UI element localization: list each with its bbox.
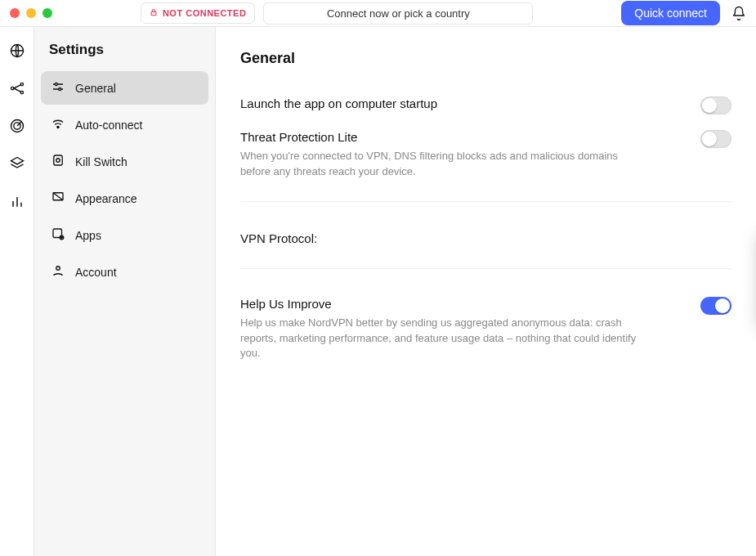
launch-startup-toggle[interactable]: [700, 96, 731, 114]
sidebar-item-apps[interactable]: Apps: [41, 218, 208, 252]
user-icon: [51, 263, 65, 280]
setting-vpn-protocol: VPN Protocol:: [240, 217, 731, 269]
setting-description: When you're connected to VPN, DNS filter…: [240, 149, 649, 180]
quick-connect-button[interactable]: Quick connect: [621, 1, 720, 25]
sidebar-item-autoconnect[interactable]: Auto-connect: [41, 108, 208, 141]
rail-stats-icon[interactable]: [8, 192, 26, 210]
setting-description: Help us make NordVPN better by sending u…: [240, 316, 649, 362]
sidebar-item-label: General: [75, 82, 116, 95]
setting-label: Launch the app on computer startup: [240, 96, 437, 110]
monitor-icon: [51, 190, 65, 207]
apps-icon: [51, 226, 65, 244]
connection-status: NOT CONNECTED: [141, 2, 255, 24]
sidebar-item-appearance[interactable]: Appearance: [41, 182, 208, 215]
sidebar-item-general[interactable]: General: [41, 71, 208, 105]
titlebar: NOT CONNECTED Connect now or pick a coun…: [0, 0, 756, 26]
connect-search-text: Connect now or pick a country: [327, 7, 470, 20]
settings-content: General Launch the app on computer start…: [216, 27, 756, 556]
sidebar-item-label: Account: [75, 266, 117, 279]
connection-status-text: NOT CONNECTED: [163, 8, 246, 18]
rail-mesh-icon[interactable]: [8, 79, 26, 97]
lock-icon: [150, 7, 158, 19]
nav-rail: [0, 27, 34, 556]
notifications-icon[interactable]: [731, 6, 746, 20]
shield-icon: [51, 153, 65, 170]
threat-protection-toggle[interactable]: [700, 130, 731, 148]
wifi-icon: [51, 116, 65, 133]
svg-rect-10: [54, 155, 63, 165]
close-window-button[interactable]: [10, 8, 20, 18]
setting-label: Help Us Improve: [240, 297, 649, 311]
svg-point-2: [11, 87, 13, 89]
settings-sidebar: Settings General Auto-connect Kill Switc…: [34, 27, 216, 556]
setting-launch-startup: Launch the app on computer startup: [240, 90, 731, 123]
rail-globe-icon[interactable]: [8, 42, 26, 60]
sidebar-item-account[interactable]: Account: [41, 255, 208, 289]
sidebar-item-killswitch[interactable]: Kill Switch: [41, 145, 208, 178]
setting-label: Threat Protection Lite: [240, 130, 649, 144]
window-controls: [10, 8, 52, 18]
minimize-window-button[interactable]: [26, 8, 36, 18]
help-improve-toggle[interactable]: [700, 297, 731, 315]
maximize-window-button[interactable]: [42, 8, 52, 18]
svg-point-11: [56, 159, 60, 163]
sidebar-item-label: Appearance: [75, 192, 137, 205]
sliders-icon: [51, 79, 65, 96]
svg-point-9: [57, 126, 59, 128]
sidebar-item-label: Kill Switch: [75, 155, 127, 168]
svg-point-3: [20, 83, 23, 85]
sidebar-item-label: Apps: [75, 229, 101, 242]
sidebar-item-label: Auto-connect: [75, 119, 143, 132]
rail-layers-icon[interactable]: [8, 155, 26, 173]
svg-point-4: [20, 91, 23, 93]
setting-label: VPN Protocol:: [240, 231, 317, 245]
svg-point-15: [56, 267, 60, 271]
svg-point-7: [55, 83, 57, 86]
connect-search[interactable]: Connect now or pick a country: [263, 2, 533, 25]
rail-target-icon[interactable]: [8, 117, 26, 135]
section-title: General: [240, 50, 731, 67]
svg-rect-0: [151, 12, 156, 16]
setting-threat-protection: Threat Protection Lite When you're conne…: [240, 123, 731, 202]
setting-help-improve: Help Us Improve Help us make NordVPN bet…: [240, 285, 731, 362]
sidebar-title: Settings: [41, 42, 208, 71]
svg-point-8: [59, 88, 61, 91]
